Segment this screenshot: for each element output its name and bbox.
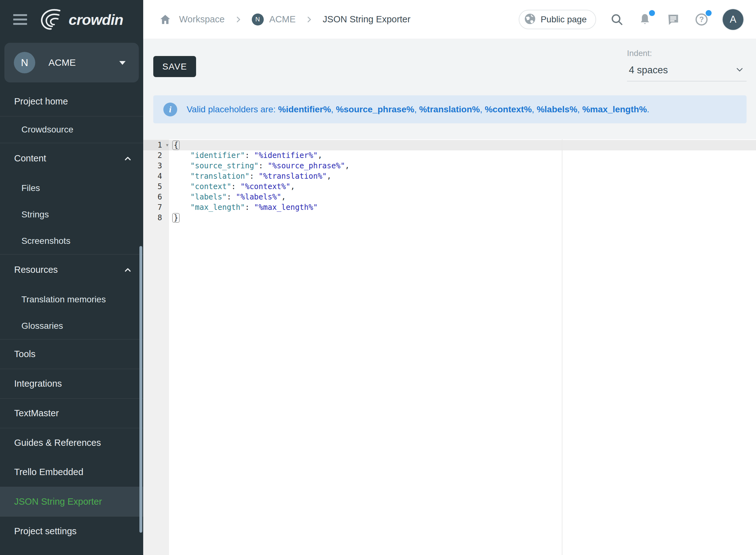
gutter-line-number: 8: [143, 213, 169, 223]
gutter-line-number: 7: [143, 202, 169, 213]
code-line[interactable]: "translation": "%translation%",: [169, 171, 756, 181]
sidebar-item-label: Crowdsource: [22, 125, 73, 134]
sidebar-item-label: Guides & References: [14, 438, 101, 448]
crowdin-logo-text: crowdin: [69, 12, 123, 27]
sidebar-item-project-settings[interactable]: Project settings: [0, 517, 143, 546]
notification-dot: [649, 10, 655, 16]
gutter-line-number: 5: [143, 181, 169, 192]
save-button[interactable]: SAVE: [153, 56, 196, 77]
search-icon[interactable]: [610, 12, 624, 27]
info-banner: i Valid placeholders are: %identifier%, …: [153, 95, 747, 123]
chevron-up-icon: [123, 154, 132, 165]
code-fold-toggle-icon[interactable]: ▾: [166, 140, 168, 151]
indent-label: Indent:: [627, 48, 747, 58]
main-content: SAVE Indent: 4 spaces i Valid placeholde…: [143, 39, 756, 555]
project-selector[interactable]: N ACME: [4, 43, 139, 82]
editor-gutter: 1▾2345678: [143, 139, 169, 555]
sidebar-item-label: Tools: [14, 349, 36, 359]
user-avatar[interactable]: A: [723, 9, 744, 30]
code-line[interactable]: {: [169, 140, 756, 151]
public-page-label: Public page: [541, 14, 587, 25]
sidebar-item-tools[interactable]: Tools: [0, 339, 143, 369]
help-icon[interactable]: ?: [694, 12, 709, 27]
sidebar-nav: Project homeCrowdsourceContentFilesStrin…: [0, 87, 143, 546]
sidebar-scrollbar-thumb[interactable]: [139, 246, 142, 533]
hamburger-menu-icon[interactable]: [13, 14, 27, 25]
chevron-right-icon: [305, 15, 313, 24]
sidebar: crowdin N ACME Project homeCrowdsourceCo…: [0, 0, 143, 555]
project-avatar: N: [14, 52, 35, 73]
code-line[interactable]: }: [169, 213, 756, 223]
sidebar-item-label: Trello Embedded: [14, 467, 83, 477]
indent-control: Indent: 4 spaces: [627, 48, 747, 82]
sidebar-item-strings[interactable]: Strings: [0, 201, 143, 228]
globe-icon: [524, 12, 536, 27]
code-line[interactable]: "max_length": "%max_length%": [169, 202, 756, 213]
sidebar-item-label: Glossaries: [22, 321, 63, 331]
project-avatar-small: N: [252, 13, 264, 26]
chevron-down-icon: [734, 65, 745, 76]
sidebar-item-crowdsource[interactable]: Crowdsource: [0, 117, 143, 143]
breadcrumb-project[interactable]: N ACME: [252, 13, 296, 26]
sidebar-item-integrations[interactable]: Integrations: [0, 369, 143, 398]
home-icon[interactable]: [159, 13, 172, 26]
banner-text: Valid placeholders are: %identifier%, %s…: [186, 104, 649, 115]
crowdin-logo-mark-icon: [39, 7, 66, 32]
editor-code[interactable]: { "identifier": "%identifier%", "source_…: [169, 139, 756, 555]
sidebar-item-label: Project home: [14, 96, 68, 106]
indent-select[interactable]: 4 spaces: [627, 62, 747, 82]
sidebar-item-label: Content: [14, 153, 46, 163]
code-line[interactable]: "source_string": "%source_phrase%",: [169, 161, 756, 171]
sidebar-item-screenshots[interactable]: Screenshots: [0, 228, 143, 254]
breadcrumb-workspace[interactable]: Workspace: [179, 14, 225, 25]
messages-icon[interactable]: [666, 12, 680, 27]
print-margin-line: [562, 139, 562, 555]
gutter-line-number: 2: [143, 151, 169, 161]
sidebar-item-resources[interactable]: Resources: [0, 255, 143, 286]
breadcrumb: Workspace N ACME JSON String Exporter: [143, 13, 410, 26]
sidebar-item-label: Translation memories: [22, 295, 106, 304]
sidebar-item-content[interactable]: Content: [0, 143, 143, 175]
sidebar-item-label: Resources: [14, 265, 58, 275]
help-dot: [706, 10, 712, 16]
chevron-up-icon: [123, 265, 132, 276]
caret-down-icon: [119, 61, 126, 65]
public-page-button[interactable]: Public page: [519, 10, 596, 29]
sidebar-item-files[interactable]: Files: [0, 175, 143, 201]
sidebar-item-label: Files: [22, 183, 40, 193]
sidebar-item-glossaries[interactable]: Glossaries: [0, 313, 143, 339]
sidebar-item-json-string-exporter[interactable]: JSON String Exporter: [0, 487, 143, 516]
sidebar-item-label: Strings: [22, 210, 49, 219]
topbar-actions: Public page ? A: [519, 9, 756, 30]
notifications-bell-icon[interactable]: [638, 12, 652, 27]
svg-text:?: ?: [699, 15, 704, 24]
sidebar-item-label: Project settings: [14, 526, 77, 536]
page-title: JSON String Exporter: [323, 14, 410, 25]
code-editor[interactable]: 1▾2345678 { "identifier": "%identifier%"…: [143, 139, 756, 555]
breadcrumb-current-page: JSON String Exporter: [323, 14, 410, 25]
sidebar-item-textmaster[interactable]: TextMaster: [0, 399, 143, 428]
sidebar-item-label: Screenshots: [22, 236, 71, 246]
gutter-line-number: 1▾: [143, 140, 169, 151]
sidebar-item-label: TextMaster: [14, 408, 59, 418]
chevron-right-icon: [234, 15, 242, 24]
code-line[interactable]: "identifier": "%identifier%",: [169, 151, 756, 161]
gutter-line-number: 4: [143, 171, 169, 181]
sidebar-item-guides-references[interactable]: Guides & References: [0, 428, 143, 458]
sidebar-item-label: Integrations: [14, 379, 62, 389]
sidebar-item-translation-memories[interactable]: Translation memories: [0, 286, 143, 313]
indent-selected-value: 4 spaces: [629, 65, 668, 76]
gutter-line-number: 6: [143, 192, 169, 202]
gutter-line-number: 3: [143, 161, 169, 171]
topbar: Workspace N ACME JSON String Exporter Pu: [143, 0, 756, 39]
sidebar-item-trello-embedded[interactable]: Trello Embedded: [0, 458, 143, 487]
project-name: ACME: [48, 57, 76, 68]
info-icon: i: [163, 102, 177, 117]
sidebar-header: crowdin: [0, 0, 143, 39]
sidebar-item-project-home[interactable]: Project home: [0, 87, 143, 116]
code-line[interactable]: "labels": "%labels%",: [169, 192, 756, 202]
crowdin-logo[interactable]: crowdin: [39, 7, 123, 32]
sidebar-item-label: JSON String Exporter: [14, 497, 102, 507]
code-line[interactable]: "context": "%context%",: [169, 181, 756, 192]
